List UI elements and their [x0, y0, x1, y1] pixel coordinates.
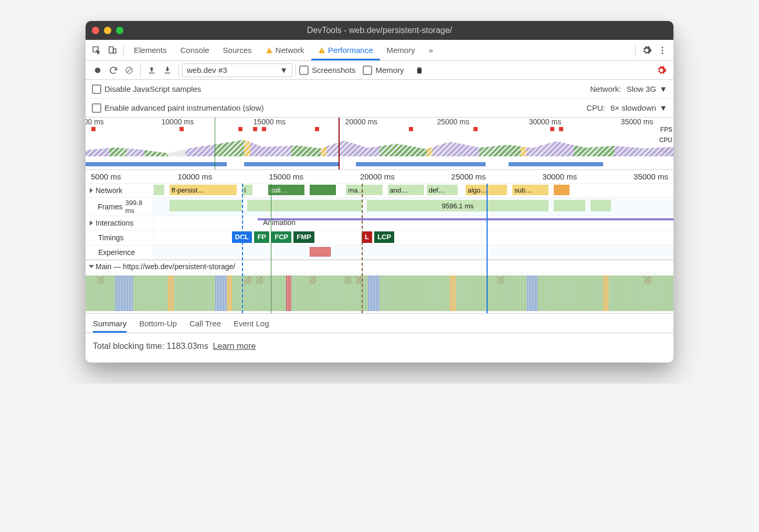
screenshots-checkbox-label[interactable]: Screenshots	[299, 66, 355, 75]
frame-block[interactable]	[554, 200, 585, 211]
scale-tick: 35000 ms	[621, 118, 653, 128]
interaction-label: Animation	[263, 218, 296, 227]
timing-lcp[interactable]: LCP	[374, 231, 394, 243]
tab-elements[interactable]: Elements	[127, 40, 174, 60]
memory-checkbox[interactable]	[363, 66, 372, 75]
main-flame-chart[interactable]	[86, 273, 673, 313]
profile-select-value: web.dev #3	[187, 66, 227, 75]
chevron-down-icon: ▼	[280, 66, 288, 75]
svg-rect-2	[113, 49, 116, 53]
disable-js-samples-checkbox[interactable]	[92, 84, 101, 94]
svg-point-8	[662, 49, 663, 51]
scale-tick: 5000 ms	[91, 172, 121, 181]
selection-start-handle[interactable]	[215, 118, 215, 169]
kebab-menu-icon[interactable]	[655, 42, 670, 58]
window-title: DevTools - web.dev/persistent-storage/	[86, 26, 673, 35]
timing-dcl[interactable]: DCL	[232, 231, 252, 243]
performance-toolbar: web.dev #3 ▼ Screenshots Memory	[86, 61, 673, 80]
network-item[interactable]: ff-persist…	[170, 185, 237, 195]
overview-scale: 5000 ms 10000 ms 15000 ms 20000 ms 25000…	[86, 118, 673, 128]
layout-shift-block[interactable]	[310, 247, 331, 257]
separator	[296, 64, 296, 77]
frame-block[interactable]	[170, 200, 243, 211]
tab-memory[interactable]: Memory	[380, 40, 422, 60]
network-track-label[interactable]: Network	[86, 184, 154, 197]
btab-bottom-up[interactable]: Bottom-Up	[139, 314, 177, 333]
scale-tick: 25000 ms	[451, 172, 486, 181]
enable-paint-instr-label[interactable]: Enable advanced paint instrumentation (s…	[92, 103, 264, 113]
main-track-header[interactable]: Main — https://web.dev/persistent-storag…	[86, 260, 673, 273]
inspect-icon[interactable]	[89, 42, 104, 58]
network-throttle-select[interactable]: Slow 3G ▼	[626, 84, 667, 93]
disable-js-samples-label[interactable]: Disable JavaScript samples	[92, 84, 201, 94]
tab-sources[interactable]: Sources	[216, 40, 259, 60]
save-profile-icon[interactable]	[160, 62, 175, 78]
timing-fmp[interactable]: FMP	[293, 231, 314, 243]
capture-settings-icon[interactable]	[653, 62, 669, 78]
screenshots-checkbox[interactable]	[299, 66, 309, 75]
load-profile-icon[interactable]	[144, 62, 160, 78]
network-track[interactable]: Network ve… ff-persist… l coll… ma… and……	[86, 184, 673, 198]
chevron-down-icon: ▼	[659, 103, 667, 112]
tab-network[interactable]: Network	[259, 40, 311, 60]
timing-fp[interactable]: FP	[254, 231, 269, 243]
record-button[interactable]	[90, 62, 106, 78]
frame-block[interactable]	[591, 200, 612, 211]
profile-select[interactable]: web.dev #3 ▼	[182, 63, 292, 77]
cpu-throttle-select[interactable]: 6× slowdown ▼	[610, 103, 667, 112]
btab-event-log[interactable]: Event Log	[234, 314, 269, 333]
experience-track-label[interactable]: Experience	[86, 246, 154, 259]
btab-summary[interactable]: Summary	[93, 314, 126, 333]
btab-call-tree[interactable]: Call Tree	[189, 314, 221, 333]
clear-button[interactable]	[121, 62, 137, 78]
detail-scale: 5000 ms 10000 ms 15000 ms 20000 ms 25000…	[86, 170, 673, 184]
network-item[interactable]: and…	[388, 185, 424, 195]
timing-l[interactable]: L	[362, 231, 372, 243]
tab-more[interactable]: »	[422, 40, 440, 60]
overview-timeline[interactable]: 5000 ms 10000 ms 15000 ms 20000 ms 25000…	[86, 118, 673, 170]
experience-track[interactable]: Experience	[86, 246, 673, 260]
svg-point-10	[95, 67, 101, 73]
network-item[interactable]: coll…	[268, 185, 304, 195]
network-item[interactable]: ve…	[154, 185, 164, 195]
tab-performance[interactable]: Performance	[311, 40, 380, 60]
network-item[interactable]: sub…	[512, 185, 549, 195]
main-track-label[interactable]: Main — https://web.dev/persistent-storag…	[86, 260, 240, 273]
network-item[interactable]: def…	[427, 185, 458, 195]
separator	[635, 44, 636, 57]
interactions-track-label[interactable]: Interactions	[86, 216, 154, 230]
network-item[interactable]: l	[242, 185, 252, 195]
svg-rect-12	[149, 72, 155, 73]
memory-checkbox-label[interactable]: Memory	[363, 66, 404, 75]
scale-tick: 30000 ms	[529, 118, 561, 128]
device-toolbar-icon[interactable]	[104, 42, 120, 58]
network-item[interactable]: ma…	[346, 185, 382, 195]
selection-end-handle[interactable]	[339, 118, 340, 169]
network-item[interactable]: algo…	[466, 185, 507, 195]
interactions-track[interactable]: Interactions Animation	[86, 216, 673, 230]
enable-paint-instr-checkbox[interactable]	[92, 103, 101, 113]
svg-rect-1	[109, 47, 113, 53]
panel-tabstrip: Elements Console Sources Network Perform…	[86, 40, 673, 61]
frame-block[interactable]	[247, 200, 362, 211]
network-item[interactable]	[554, 185, 570, 195]
timing-fcp[interactable]: FCP	[271, 231, 291, 243]
timings-track-label[interactable]: Timings	[86, 230, 154, 245]
garbage-collect-icon[interactable]	[412, 62, 427, 78]
scale-tick: 20000 ms	[345, 118, 377, 128]
reload-button[interactable]	[106, 62, 121, 78]
devtools-window: DevTools - web.dev/persistent-storage/ E…	[86, 21, 673, 363]
warning-icon	[266, 47, 273, 54]
frames-track-label[interactable]: Frames 399.8 ms	[86, 198, 154, 216]
learn-more-link[interactable]: Learn more	[213, 342, 256, 350]
tab-console[interactable]: Console	[174, 40, 216, 60]
chevron-right-icon	[90, 188, 93, 193]
network-item[interactable]	[310, 185, 336, 195]
frames-track[interactable]: Frames 399.8 ms 9596.1 ms	[86, 198, 673, 216]
settings-icon[interactable]	[639, 42, 655, 58]
scale-tick: 5000 ms	[86, 118, 104, 128]
cpu-area-chart	[86, 135, 673, 156]
frame-block-main[interactable]: 9596.1 ms	[367, 200, 549, 211]
svg-rect-4	[269, 51, 269, 52]
timings-track[interactable]: Timings DCL FP FCP FMP L LCP	[86, 230, 673, 246]
